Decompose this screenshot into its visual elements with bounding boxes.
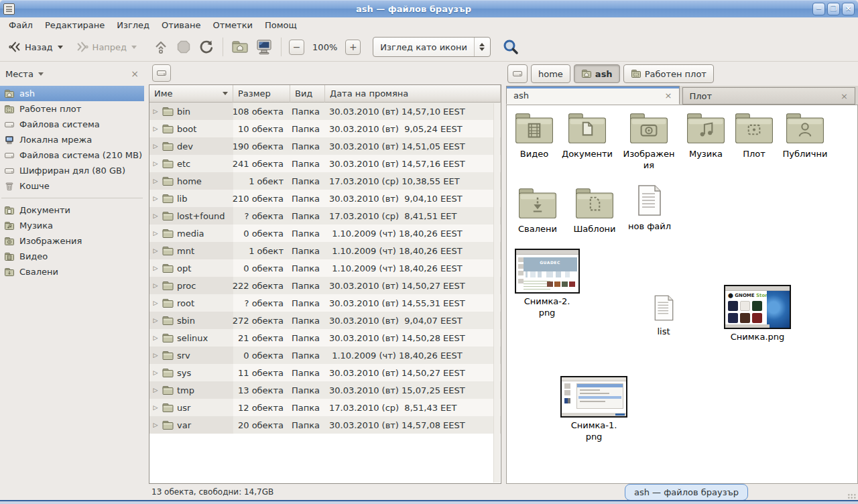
column-header-Размер[interactable]: Размер	[233, 85, 290, 103]
sidebar-item-Файлова система[interactable]: Файлова система	[0, 117, 144, 132]
menu-item-Изглед[interactable]: Изглед	[111, 18, 156, 32]
grid-item-Шаблони[interactable]: Шаблони	[568, 187, 621, 235]
computer-button[interactable]	[252, 36, 276, 58]
close-button[interactable]: ×	[842, 3, 855, 15]
expander-icon[interactable]: ▷	[152, 125, 159, 132]
sidebar-item-Шифриран дял (80 GB)[interactable]: Шифриран дял (80 GB)	[0, 163, 144, 178]
tree-row-usr[interactable]: ▷ usr12 обектаПапка17.03.2010 (ср) 8,51,…	[149, 399, 501, 416]
tree-row-media[interactable]: ▷ media0 обектаПапка 1.10.2009 (чт) 18,4…	[149, 225, 501, 242]
back-history-chevron-icon[interactable]	[58, 46, 63, 49]
sidebar-title-chevron-icon[interactable]	[38, 72, 44, 76]
expander-icon[interactable]: ▷	[152, 195, 159, 202]
grid-item-Музика[interactable]: Музика	[680, 112, 732, 160]
tree-row-boot[interactable]: ▷ boot10 обектаПапка30.03.2010 (вт) 9,05…	[149, 120, 501, 137]
expander-icon[interactable]: ▷	[152, 387, 159, 393]
tree-row-mnt[interactable]: ▷ mnt1 обектПапка 1.10.2009 (чт) 18,40,2…	[149, 242, 501, 259]
tree-row-sbin[interactable]: ▷ sbin272 обектаПапка30.03.2010 (вт) 9,0…	[149, 312, 501, 329]
zoom-in-button[interactable]: +	[345, 40, 361, 55]
expander-icon[interactable]: ▷	[152, 282, 159, 289]
tree-row-lost+found[interactable]: ▷ lost+found? обектаПапка17.03.2010 (ср)…	[149, 207, 501, 225]
expander-icon[interactable]: ▷	[152, 247, 159, 254]
grid-item-Снимка.png[interactable]: ⬤ GNOME Store Снимка.png	[720, 285, 795, 343]
sidebar-item-Изображения[interactable]: Изображения	[0, 233, 144, 249]
sidebar-item-Файлова система (210 MB)[interactable]: Файлова система (210 MB)	[0, 147, 144, 163]
expander-icon[interactable]: ▷	[152, 317, 159, 324]
expander-icon[interactable]: ▷	[152, 369, 159, 376]
breadcrumb-home[interactable]: home	[531, 64, 570, 83]
menu-item-Редактиране[interactable]: Редактиране	[39, 18, 111, 32]
expander-icon[interactable]: ▷	[152, 108, 159, 115]
menu-item-Помощ[interactable]: Помощ	[259, 18, 303, 32]
back-button[interactable]: Назад	[4, 37, 66, 57]
expander-icon[interactable]: ▷	[152, 352, 159, 359]
tree-row-bin[interactable]: ▷ bin108 обектаПапка30.03.2010 (вт) 14,5…	[149, 103, 501, 120]
grid-item-Видео[interactable]: Видео	[511, 112, 558, 160]
reload-button[interactable]	[195, 36, 218, 58]
breadcrumb-ash[interactable]: ash	[574, 64, 620, 83]
sidebar-item-Видео[interactable]: Видео	[0, 249, 144, 264]
breadcrumb-Работен плот[interactable]: Работен плот	[623, 64, 714, 83]
up-button[interactable]	[149, 36, 172, 58]
sidebar-item-Документи[interactable]: Документи	[0, 202, 144, 218]
grid-item-Публични[interactable]: Публични	[776, 112, 834, 160]
tree-row-opt[interactable]: ▷ opt0 обектаПапка 1.10.2009 (чт) 18,40,…	[149, 259, 501, 277]
expander-icon[interactable]: ▷	[152, 160, 159, 167]
sidebar-item-Свалени[interactable]: Свалени	[0, 264, 144, 279]
expander-icon[interactable]: ▷	[152, 230, 159, 237]
grid-item-Свалени[interactable]: Свалени	[513, 187, 562, 235]
sidebar-item-Музика[interactable]: Музика	[0, 218, 144, 233]
sidebar-item-Кошче[interactable]: Кошче	[0, 178, 144, 194]
tree-row-srv[interactable]: ▷ srv0 обектаПапка 1.10.2009 (чт) 18,40,…	[149, 346, 501, 364]
root-breadcrumb-button[interactable]	[152, 64, 171, 82]
tab-Плот[interactable]: Плот×	[682, 87, 856, 105]
grid-item-Изображения[interactable]: Изображения	[619, 112, 678, 172]
tree-row-root[interactable]: ▷ root? обектаПапка30.03.2010 (вт) 14,55…	[149, 294, 501, 312]
home-button[interactable]	[228, 36, 252, 58]
sidebar-item-ash[interactable]: ash	[0, 86, 144, 101]
icon-view[interactable]: Видео Документи Изображения Музика Плот …	[506, 105, 858, 484]
tab-close-icon[interactable]: ×	[665, 90, 672, 101]
forward-button[interactable]: Напред	[72, 37, 140, 57]
view-mode-select[interactable]: Изглед като икони	[373, 37, 491, 57]
tab-ash[interactable]: ash×	[506, 86, 680, 105]
grid-item-Снимка-1.png[interactable]: Снимка-1.png	[556, 376, 631, 443]
expander-icon[interactable]: ▷	[152, 178, 159, 184]
tree-row-selinux[interactable]: ▷ selinux21 обектаПапка30.03.2010 (вт) 1…	[149, 329, 501, 346]
tree-row-etc[interactable]: ▷ etc241 обектаПапка30.03.2010 (вт) 14,5…	[149, 155, 501, 172]
grid-item-нов файл[interactable]: нов файл	[623, 184, 676, 233]
menu-item-Отметки[interactable]: Отметки	[206, 18, 258, 32]
column-header-Дата на промяна[interactable]: Дата на промяна	[325, 85, 501, 103]
view-mode-spinner-icon[interactable]	[474, 38, 490, 56]
menu-item-Файл[interactable]: Файл	[3, 18, 39, 32]
grid-item-Документи[interactable]: Документи	[558, 112, 617, 160]
tab-close-icon[interactable]: ×	[841, 91, 848, 101]
expander-icon[interactable]: ▷	[152, 265, 159, 271]
sidebar-close-button[interactable]: ×	[131, 68, 139, 79]
maximize-button[interactable]: ❐	[827, 3, 840, 15]
search-button[interactable]	[499, 36, 523, 58]
pane-splitter[interactable]	[501, 62, 506, 484]
sidebar-splitter[interactable]	[144, 62, 149, 484]
menu-item-Отиване[interactable]: Отиване	[156, 18, 206, 32]
expander-icon[interactable]: ▷	[152, 422, 159, 428]
grid-item-Снимка-2.png[interactable]: GUADEC Снимка-2.png	[513, 249, 580, 319]
column-header-Вид[interactable]: Вид	[290, 85, 325, 103]
sidebar-item-Локална мрежа[interactable]: Локална мрежа	[0, 132, 144, 147]
tree-row-proc[interactable]: ▷ proc222 обектаПапка30.03.2010 (вт) 14,…	[149, 277, 501, 294]
expander-icon[interactable]: ▷	[152, 143, 159, 149]
grid-item-Плот[interactable]: Плот	[732, 112, 776, 160]
sidebar-title[interactable]: Места	[5, 69, 34, 79]
sidebar-item-Работен плот[interactable]: Работен плот	[0, 101, 144, 117]
expander-icon[interactable]: ▷	[152, 300, 159, 306]
taskbar-window-badge[interactable]: ash — файлов браузър	[625, 484, 748, 501]
breadcrumb-drive[interactable]	[507, 64, 528, 83]
tree-row-lib[interactable]: ▷ lib210 обектаПапка30.03.2010 (вт) 9,04…	[149, 190, 501, 207]
tree-row-var[interactable]: ▷ var20 обектаПапка30.03.2010 (вт) 14,57…	[149, 416, 501, 434]
expander-icon[interactable]: ▷	[152, 334, 159, 341]
tree-row-dev[interactable]: ▷ dev190 обектаПапка30.03.2010 (вт) 14,5…	[149, 137, 501, 155]
tree-scrollbar[interactable]	[493, 103, 500, 483]
zoom-out-button[interactable]: −	[289, 40, 304, 55]
tree-row-home[interactable]: ▷ home1 обектПапка17.03.2010 (ср) 10,38,…	[149, 172, 501, 190]
tree-row-sys[interactable]: ▷ sys11 обектаПапка30.03.2010 (вт) 14,50…	[149, 364, 501, 381]
grid-item-list[interactable]: list	[641, 294, 686, 338]
